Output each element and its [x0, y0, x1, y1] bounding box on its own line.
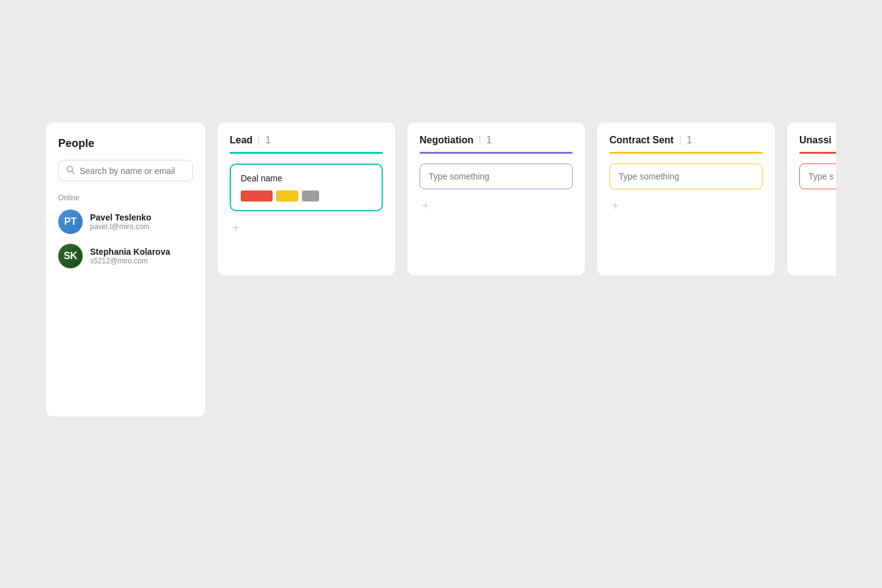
column-header-contract-sent: Contract Sent 1: [609, 135, 763, 146]
person-item-stephania: SK Stephania Kolarova s5212@miro.com: [58, 244, 193, 268]
column-count-negotiation: 1: [486, 135, 492, 146]
type-input-container-negotiation: [420, 164, 573, 189]
bar-yellow: [276, 190, 298, 202]
people-panel: People Online PT Pavel Teslenko pavel.t@…: [46, 123, 205, 417]
column-line-contract-sent: [609, 152, 763, 154]
online-label: Online: [58, 194, 193, 202]
column-line-lead: [230, 152, 383, 154]
column-count-lead: 1: [265, 135, 271, 146]
person-name-stephania: Stephania Kolarova: [90, 247, 170, 257]
add-card-button-negotiation[interactable]: +: [420, 197, 432, 216]
column-title-contract-sent: Contract Sent: [609, 135, 674, 146]
bar-gray: [302, 190, 319, 202]
people-panel-title: People: [58, 137, 193, 150]
person-item-pavel: PT Pavel Teslenko pavel.t@miro.com: [58, 209, 193, 234]
column-header-unassigned: Unassi: [799, 135, 836, 146]
type-something-input-negotiation[interactable]: [420, 164, 573, 189]
person-email-pavel: pavel.t@miro.com: [90, 222, 151, 231]
column-count-contract-sent: 1: [687, 135, 692, 146]
svg-line-1: [72, 172, 75, 174]
type-something-input-contract-sent[interactable]: [609, 164, 763, 189]
avatar-stephania: SK: [58, 244, 83, 268]
column-divider-contract-sent: [680, 135, 680, 145]
column-title-lead: Lead: [230, 135, 252, 146]
deal-card-name: Deal name: [241, 173, 372, 183]
kanban-column-contract-sent: Contract Sent 1 +: [597, 123, 775, 276]
kanban-board: Lead 1 Deal name + Negotiation 1: [217, 123, 836, 276]
column-header-lead: Lead 1: [230, 135, 383, 146]
column-line-unassigned: [799, 152, 836, 154]
type-something-input-unassigned[interactable]: [799, 164, 836, 189]
add-card-button-contract-sent[interactable]: +: [609, 197, 622, 216]
column-divider-lead: [258, 135, 259, 145]
bar-red: [241, 190, 273, 202]
kanban-column-lead: Lead 1 Deal name +: [217, 123, 395, 276]
column-title-negotiation: Negotiation: [420, 135, 473, 146]
kanban-column-unassigned: Unassi: [787, 123, 836, 276]
person-name-pavel: Pavel Teslenko: [90, 213, 151, 222]
person-email-stephania: s5212@miro.com: [90, 257, 170, 265]
type-input-container-unassigned: [799, 164, 836, 189]
kanban-column-negotiation: Negotiation 1 +: [407, 123, 585, 276]
person-info-stephania: Stephania Kolarova s5212@miro.com: [90, 247, 170, 265]
column-header-negotiation: Negotiation 1: [420, 135, 573, 146]
column-title-unassigned: Unassi: [799, 135, 831, 146]
deal-card[interactable]: Deal name: [230, 164, 383, 211]
search-box: [58, 160, 193, 181]
person-info-pavel: Pavel Teslenko pavel.t@miro.com: [90, 213, 151, 231]
search-icon: [66, 165, 75, 176]
type-input-container-contract-sent: [609, 164, 763, 189]
deal-card-bars: [241, 190, 372, 202]
column-line-negotiation: [420, 152, 573, 154]
add-card-button-lead[interactable]: +: [230, 219, 242, 238]
avatar-pavel: PT: [58, 209, 83, 234]
column-divider-negotiation: [480, 135, 480, 145]
search-input[interactable]: [80, 166, 185, 176]
